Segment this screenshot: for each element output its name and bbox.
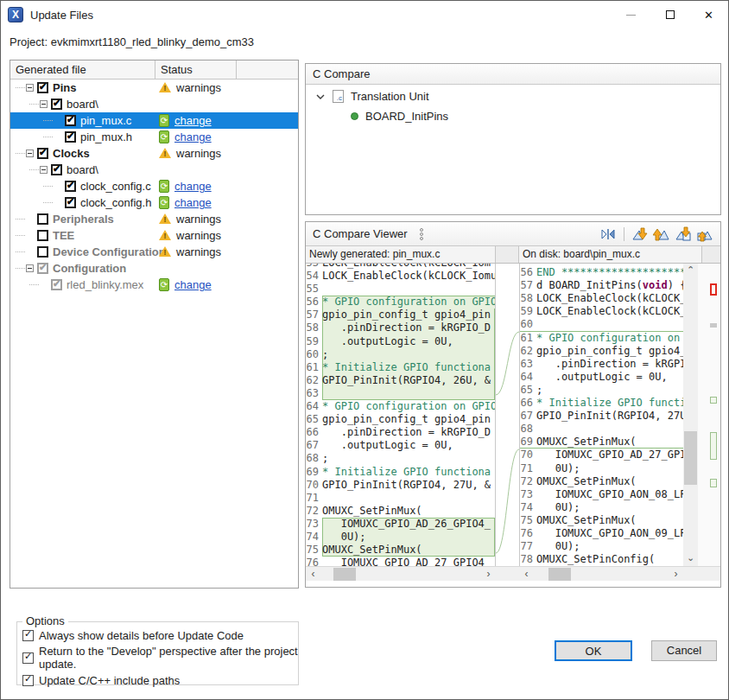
- tree-checkbox[interactable]: [65, 115, 76, 126]
- tree-checkbox[interactable]: [51, 99, 62, 110]
- code-text: OMUXC_SetPinMux(: [536, 514, 683, 527]
- vertical-scrollbar[interactable]: ⌃ ⌄: [683, 264, 698, 566]
- vertical-scroll-thumb[interactable]: [684, 431, 697, 485]
- tree-checkbox[interactable]: [37, 82, 48, 93]
- tree-checkbox[interactable]: [65, 131, 76, 143]
- code-line: 64* GPIO configuration on GPIO: [306, 400, 495, 413]
- line-number: 73: [520, 488, 533, 501]
- option-return-develop-perspective[interactable]: Return to the "Develop" perspective afte…: [22, 648, 298, 667]
- maximize-button[interactable]: [650, 2, 689, 28]
- horizontal-scroll-thumb[interactable]: [548, 568, 571, 581]
- tree-row-clock-config-h[interactable]: clock_config.h⟳change: [10, 194, 298, 211]
- line-number: 68: [520, 423, 533, 436]
- code-line: 77 0U);: [520, 540, 683, 553]
- left-horizontal-scrollbar[interactable]: ‹ ›: [306, 567, 496, 582]
- code-text: gpio_pin_config_t gpio4_: [536, 345, 683, 358]
- tree-row-device-configuration[interactable]: Device Configuration!warnings: [10, 244, 298, 260]
- tree-checkbox[interactable]: [37, 246, 48, 258]
- previous-difference-icon[interactable]: [653, 226, 670, 243]
- tree-checkbox[interactable]: [37, 213, 48, 225]
- overview-ruler[interactable]: [698, 264, 720, 566]
- tree-row-tee[interactable]: TEE!warnings: [10, 227, 298, 244]
- tree-checkbox[interactable]: [37, 230, 48, 241]
- scroll-left-arrow[interactable]: ‹: [306, 567, 320, 582]
- change-link[interactable]: change: [174, 114, 212, 127]
- scroll-left-arrow[interactable]: ‹: [519, 567, 534, 582]
- next-difference-icon[interactable]: [631, 226, 649, 243]
- tree-row-pin-mux-c[interactable]: pin_mux.c⟳change: [10, 112, 298, 129]
- warnings-label: warnings: [176, 229, 221, 242]
- tree-guide-line: [16, 153, 25, 154]
- tree-row-peripherals[interactable]: Peripherals!warnings: [10, 211, 298, 227]
- checkbox-checked-icon[interactable]: [22, 630, 34, 641]
- collapse-expander-icon[interactable]: [26, 150, 34, 157]
- option-always-show-details[interactable]: Always show details before Update Code: [22, 626, 298, 645]
- scroll-up-arrow[interactable]: ⌃: [683, 264, 698, 278]
- warning-icon: !: [159, 246, 172, 258]
- ok-button[interactable]: OK: [555, 640, 632, 661]
- tree-row-pins[interactable]: Pins!warnings: [10, 80, 298, 96]
- tree-row-board-[interactable]: board\: [10, 162, 298, 178]
- change-link[interactable]: change: [174, 278, 212, 291]
- copy-current-change-up-icon[interactable]: [696, 226, 713, 243]
- tree-checkbox[interactable]: [51, 279, 62, 290]
- overview-current-change-marker[interactable]: [710, 283, 717, 296]
- right-horizontal-scrollbar[interactable]: ‹ ›: [519, 567, 683, 582]
- scroll-right-arrow[interactable]: ›: [481, 567, 496, 582]
- collapse-expander-icon[interactable]: [40, 166, 48, 174]
- c-compare-viewer-header: C Compare Viewer: [306, 222, 720, 246]
- generated-files-tree: Generated file Status Pins!warningsboard…: [10, 60, 299, 589]
- code-line: 57d BOARD_InitPins(void) {: [520, 279, 683, 292]
- horizontal-scroll-thumb[interactable]: [333, 568, 356, 581]
- tree-row-board-[interactable]: board\: [10, 96, 298, 112]
- overview-change-marker[interactable]: [710, 397, 717, 404]
- column-header-generated-file[interactable]: Generated file: [10, 60, 155, 79]
- tree-checkbox[interactable]: [37, 148, 48, 159]
- tree-checkbox[interactable]: [37, 263, 48, 274]
- line-number: 61: [520, 332, 533, 345]
- overview-position-marker[interactable]: [710, 323, 717, 328]
- overview-change-marker[interactable]: [710, 432, 717, 460]
- left-code-pane[interactable]: 53LOCK_EnableClock(kCLOCK_Iom54LOCK_Enab…: [306, 264, 496, 566]
- chevron-down-icon[interactable]: [316, 94, 325, 99]
- line-number: 63: [520, 358, 533, 371]
- tree-checkbox[interactable]: [51, 164, 62, 175]
- scroll-right-arrow[interactable]: ›: [669, 567, 683, 582]
- checkbox-checked-icon[interactable]: [22, 675, 34, 686]
- warnings-label: warnings: [176, 213, 221, 226]
- overview-change-marker[interactable]: [710, 479, 717, 487]
- collapse-expander-icon[interactable]: [26, 264, 34, 272]
- tree-checkbox[interactable]: [65, 197, 76, 208]
- change-link[interactable]: change: [174, 180, 212, 193]
- tree-guide-line: [43, 137, 53, 137]
- checkbox-checked-icon[interactable]: [22, 652, 34, 664]
- change-link[interactable]: change: [174, 130, 212, 143]
- close-button[interactable]: ✕: [689, 2, 728, 28]
- translation-unit-row[interactable]: .c Translation Unit: [306, 88, 720, 105]
- collapse-expander-icon[interactable]: [40, 100, 48, 108]
- option-update-include-paths[interactable]: Update C/C++ include paths: [22, 671, 298, 690]
- minimize-button[interactable]: [612, 2, 650, 28]
- collapse-expander-icon[interactable]: [26, 84, 34, 92]
- view-menu-dots-icon[interactable]: [420, 228, 423, 240]
- function-row[interactable]: BOARD_InitPins: [306, 108, 720, 124]
- code-line: 66 .pinDirection = kRGPIO_D: [306, 426, 495, 439]
- change-link[interactable]: change: [174, 196, 212, 209]
- cancel-button[interactable]: Cancel: [651, 640, 717, 661]
- tree-checkbox[interactable]: [65, 181, 76, 192]
- right-code-pane[interactable]: 55************************56END ********…: [519, 264, 683, 566]
- tree-row-rled-blinky-mex[interactable]: rled_blinky.mex⟳change: [10, 277, 298, 293]
- switch-view-icon[interactable]: [599, 226, 617, 243]
- code-line: 59LOCK_EnableClock(kCLOCK_: [520, 305, 683, 318]
- tree-row-clocks[interactable]: Clocks!warnings: [10, 145, 298, 162]
- change-file-icon: ⟳: [159, 114, 169, 127]
- tree-row-configuration[interactable]: Configuration: [10, 260, 298, 277]
- tree-row-pin-mux-h[interactable]: pin_mux.h⟳change: [10, 129, 298, 145]
- code-text: ;: [322, 348, 495, 361]
- tree-row-clock-config-c[interactable]: clock_config.c⟳change: [10, 178, 298, 194]
- translation-unit-label: Translation Unit: [351, 90, 429, 103]
- code-line: 73 IOMUXC_GPIO_AD_26_GPIO4_: [306, 518, 495, 531]
- column-header-status[interactable]: Status: [155, 60, 237, 79]
- scroll-down-arrow[interactable]: ⌄: [683, 551, 698, 566]
- copy-current-change-down-icon[interactable]: [675, 226, 692, 243]
